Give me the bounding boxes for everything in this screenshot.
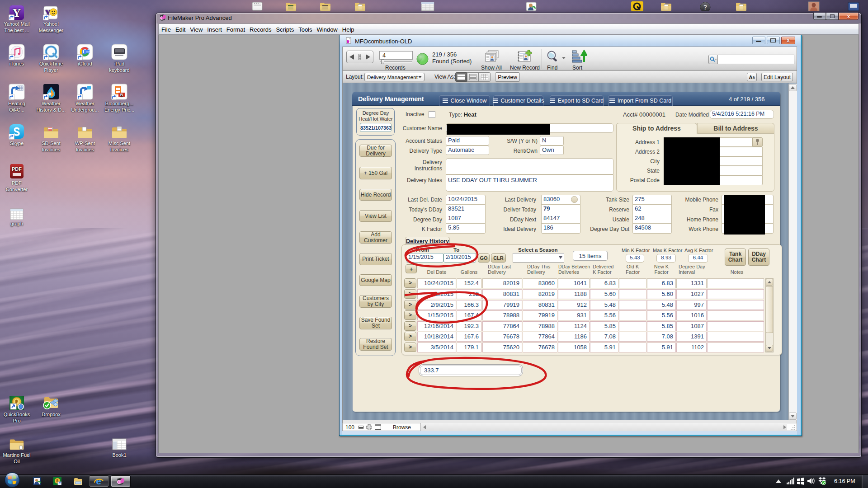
svg-text:?: ? bbox=[703, 4, 708, 11]
svg-text:B: B bbox=[120, 93, 123, 97]
svg-text:e: e bbox=[96, 477, 101, 486]
svg-text:PDF: PDF bbox=[12, 166, 22, 172]
